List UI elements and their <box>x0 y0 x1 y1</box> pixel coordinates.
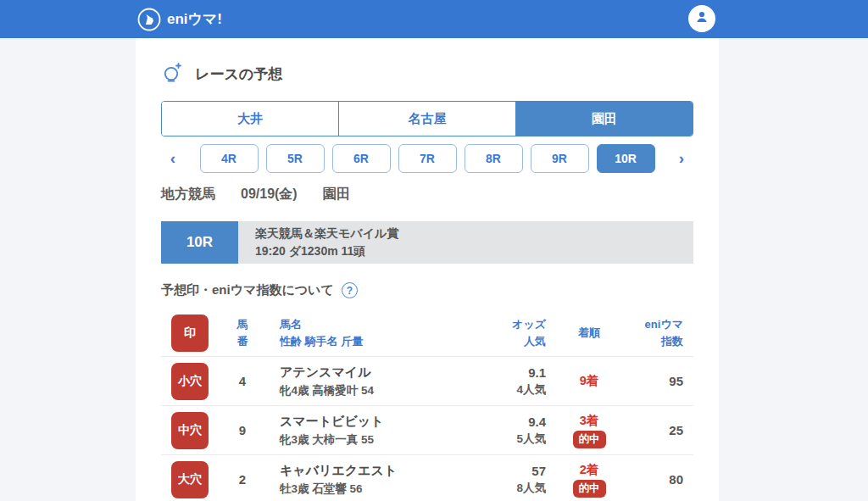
horse-detail: 牝3歳 大柿一真 55 <box>280 432 470 448</box>
race-number-nav: ‹ 4R 5R 6R 7R 8R 9R 10R › <box>161 144 693 173</box>
horse-name: スマートビビット <box>280 414 470 430</box>
finish-position: 3着 <box>580 413 599 429</box>
horse-logo-icon <box>137 8 161 31</box>
popularity-value: 8人気 <box>470 481 546 496</box>
popularity-value: 4人気 <box>470 382 546 398</box>
race-meta-line: 地方競馬 09/19(金) 園田 <box>161 186 693 203</box>
table-row: 小穴 4 アテンスマイル 牝4歳 高橋愛叶 54 9.1 4人気 9着 95 <box>161 357 693 406</box>
odds-value: 9.1 <box>470 365 546 380</box>
popularity-value: 5人気 <box>470 431 546 447</box>
page-title: レースの予想 <box>195 64 282 84</box>
odds-cell: 9.4 5人気 <box>470 415 546 447</box>
odds-value: 57 <box>470 464 546 478</box>
odds-cell: 57 8人気 <box>470 464 546 496</box>
odds-value: 9.4 <box>470 415 546 429</box>
result-cell: 3着 的中 <box>559 413 619 448</box>
app-logo-text: eniウマ! <box>167 9 222 29</box>
race-info-body: 楽天競馬＆楽天モバイル賞 19:20 ダ1230m 11頭 <box>238 221 693 264</box>
race-number-badge: 10R <box>161 221 238 264</box>
eniuma-index-value: 95 <box>627 374 683 388</box>
horse-name-cell: キャバリエクエスト 牡3歳 石堂響 56 <box>280 463 470 497</box>
crystal-ball-icon <box>161 61 184 87</box>
content-card: レースの予想 大井 名古屋 園田 ‹ 4R 5R 6R 7R 8R 9R 10R… <box>136 38 719 501</box>
section-heading: レースの予想 <box>161 38 693 87</box>
race-button-4r[interactable]: 4R <box>200 144 259 173</box>
horse-detail: 牡3歳 石堂響 56 <box>280 482 470 497</box>
horse-name-column-header: 馬名 性齢 騎手名 斤量 <box>280 316 470 349</box>
race-details: 19:20 ダ1230m 11頭 <box>255 244 693 259</box>
race-venue-label: 園田 <box>323 186 350 203</box>
horse-name: キャバリエクエスト <box>280 463 470 479</box>
chevron-left-icon[interactable]: ‹ <box>166 144 180 173</box>
race-info-bar: 10R 楽天競馬＆楽天モバイル賞 19:20 ダ1230m 11頭 <box>161 221 693 264</box>
eniuma-index-value: 80 <box>627 472 683 487</box>
race-button-7r[interactable]: 7R <box>398 144 457 173</box>
about-index-label: 予想印・eniウマ指数について <box>161 282 334 298</box>
result-column-header: 着順 <box>559 325 619 342</box>
person-icon <box>693 8 710 29</box>
result-cell: 9着 <box>559 373 619 389</box>
tab-ooi[interactable]: 大井 <box>162 102 338 136</box>
hit-badge: 的中 <box>573 480 606 498</box>
tab-nagoya[interactable]: 名古屋 <box>338 102 515 136</box>
race-button-8r[interactable]: 8R <box>465 144 523 173</box>
race-title: 楽天競馬＆楽天モバイル賞 <box>255 226 693 242</box>
horse-detail: 牝4歳 高橋愛叶 54 <box>280 383 470 398</box>
odds-cell: 9.1 4人気 <box>470 365 546 398</box>
prediction-mark-badge: 中穴 <box>171 412 209 449</box>
prediction-mark-badge: 小穴 <box>171 363 209 400</box>
prediction-mark-badge: 大穴 <box>171 461 209 498</box>
index-column-header: eniウマ 指数 <box>627 316 683 349</box>
race-button-9r[interactable]: 9R <box>531 144 589 173</box>
prediction-table: 印 馬 番 馬名 性齢 騎手名 斤量 オッズ 人気 着順 eniウマ 指数 <box>161 309 693 501</box>
horse-name-cell: アテンスマイル 牝4歳 高橋愛叶 54 <box>280 365 470 398</box>
help-question-icon[interactable]: ? <box>342 282 358 298</box>
race-button-5r[interactable]: 5R <box>266 144 325 173</box>
race-date-label: 09/19(金) <box>241 186 298 203</box>
race-button-group: 4R 5R 6R 7R 8R 9R 10R <box>200 144 655 173</box>
horse-number: 9 <box>224 423 261 437</box>
finish-position: 9着 <box>580 373 599 389</box>
top-nav-bar: eniウマ! <box>0 0 868 38</box>
table-header-row: 印 馬 番 馬名 性齢 騎手名 斤量 オッズ 人気 着順 eniウマ 指数 <box>161 309 693 357</box>
chevron-right-icon[interactable]: › <box>675 144 688 173</box>
race-button-10r[interactable]: 10R <box>597 144 655 173</box>
about-index-link[interactable]: 予想印・eniウマ指数について ? <box>161 282 693 298</box>
odds-column-header: オッズ 人気 <box>470 316 546 349</box>
hit-badge: 的中 <box>573 431 606 448</box>
table-row: 中穴 9 スマートビビット 牝3歳 大柿一真 55 9.4 5人気 3着 的中 … <box>161 406 693 455</box>
table-row: 大穴 2 キャバリエクエスト 牡3歳 石堂響 56 57 8人気 2着 的中 8… <box>161 455 693 501</box>
tab-sonoda[interactable]: 園田 <box>515 102 693 136</box>
horse-number: 4 <box>224 374 261 388</box>
mark-column-header: 印 <box>171 315 209 352</box>
race-category-label: 地方競馬 <box>161 186 215 203</box>
horse-name: アテンスマイル <box>280 365 470 381</box>
result-cell: 2着 的中 <box>559 462 619 498</box>
race-button-6r[interactable]: 6R <box>332 144 391 173</box>
app-logo[interactable]: eniウマ! <box>137 8 222 31</box>
finish-position: 2着 <box>580 462 599 478</box>
horse-no-column-header: 馬 番 <box>224 316 261 349</box>
eniuma-index-value: 25 <box>627 423 683 437</box>
horse-name-cell: スマートビビット 牝3歳 大柿一真 55 <box>280 414 470 448</box>
horse-number: 2 <box>224 472 261 487</box>
venue-tab-group: 大井 名古屋 園田 <box>161 101 693 136</box>
user-avatar-button[interactable] <box>688 5 715 32</box>
